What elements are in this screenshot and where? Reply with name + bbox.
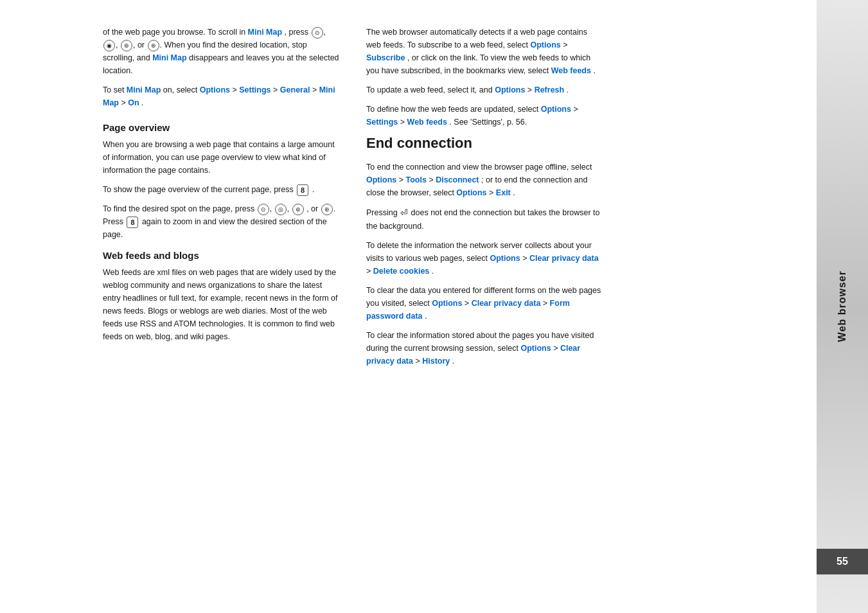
page-overview-p3-pre: To find the desired spot on the page, pr… [103,204,257,213]
right-wf-text-4: . [593,66,595,75]
exit-link[interactable]: Exit [496,188,511,197]
intro-paragraph: of the web page you browse. To scroll in… [103,26,341,109]
page-overview-p3-post: Press [103,217,125,226]
delete-text-2: > [522,254,529,263]
set-text-5: > [312,85,319,94]
disconnect-link[interactable]: Disconnect [436,175,479,184]
web-feeds-title: Web feeds and blogs [103,250,341,261]
define-mid2: > [400,118,407,127]
general-link[interactable]: General [280,85,310,94]
history-link[interactable]: History [422,357,450,366]
end-conn-text-5: > [489,188,496,197]
end-conn-text-3: > [429,175,436,184]
scroll-icon-2: ◉ [103,40,115,51]
set-text-3: > [232,85,239,94]
delete-text-3: > [366,267,373,276]
tools-link[interactable]: Tools [405,175,426,184]
scroll-icon-4: ⊛ [148,40,159,51]
scroll-icon-3: ⊚ [121,40,132,51]
nav-icon-3: ⊚ [292,204,304,215]
options-link-r7[interactable]: Options [432,299,462,308]
options-link-r1[interactable]: Options [531,40,561,49]
clear-forms-text-2: > [465,299,472,308]
options-link-r4[interactable]: Options [366,175,396,184]
on-link[interactable]: On [128,98,139,107]
clear-privacy-link-2[interactable]: Clear privacy data [472,299,541,308]
options-link-r3[interactable]: Options [541,105,571,114]
set-text-2: on, select [163,85,200,94]
web-feeds-link[interactable]: Web feeds [551,66,591,75]
end-conn-text-2: > [399,175,406,184]
options-link-r2[interactable]: Options [495,85,525,94]
mini-map-link-1[interactable]: Mini Map [248,28,282,37]
set-text-6: > [121,98,128,107]
update-pre: To update a web feed, select it, and [366,85,493,94]
left-column: of the web page you browse. To scroll in… [103,26,341,587]
update-mid: > [527,85,535,94]
right-wf-text-2: > [563,40,567,49]
end-connection-title: End connection [366,135,604,152]
clear-history-text-2: > [553,344,560,353]
key-8-icon-2: 8 [127,217,138,228]
nav-icon-1: ⊙ [258,204,269,215]
sidebar-right: Web browser 55 [817,0,868,613]
clear-forms-text-4: . [425,312,427,321]
clear-history-text: To clear the information stored about th… [366,329,604,368]
web-feeds-link-2[interactable]: Web feeds [407,118,447,127]
intro-text-1: of the web page you browse. To scroll in [103,28,245,37]
page-overview-p3-mid: , or [306,204,318,213]
page-container: of the web page you browse. To scroll in… [0,0,868,613]
page-overview-p1: When you are browsing a web page that co… [103,138,341,177]
set-text-7: . [141,98,143,107]
set-text-1: To set [103,85,127,94]
delete-text-4: . [432,267,434,276]
mini-map-link-3[interactable]: Mini Map [127,85,161,94]
main-content: of the web page you browse. To scroll in… [0,0,817,613]
end-conn-text-1: To end the connection and view the brows… [366,163,592,172]
page-number: 55 [837,556,848,567]
page-overview-p2: To show the page overview of the current… [103,183,341,196]
clear-privacy-link-1[interactable]: Clear privacy data [529,254,599,263]
scroll-icon-1: ⊙ [312,27,323,39]
end-conn-text-6: . [513,188,515,197]
web-feeds-p1: Web feeds are xml files on web pages tha… [103,266,341,343]
intro-text: of the web page you browse. To scroll in… [103,26,341,77]
mini-map-link-2[interactable]: Mini Map [152,53,186,62]
options-link-r5[interactable]: Options [456,188,486,197]
clear-forms-text: To clear the data you entered for differ… [366,284,604,323]
refresh-link[interactable]: Refresh [535,85,565,94]
page-overview-p2-post: . [312,185,314,194]
clear-history-text-3: > [415,357,422,366]
nav-icon-4: ⊛ [321,204,333,215]
update-post: . [567,85,569,94]
define-end: . See 'Settings', p. 56. [449,118,527,127]
subscribe-link[interactable]: Subscribe [366,53,405,62]
sidebar-label: Web browser [837,271,848,342]
set-text-4: > [273,85,280,94]
set-mini-map-text: To set Mini Map on, select Options > Set… [103,84,341,109]
pressing-pre: Pressing [366,208,400,217]
delete-cookies-link[interactable]: Delete cookies [373,267,430,276]
options-link-r6[interactable]: Options [490,254,520,263]
page-overview-title: Page overview [103,122,341,133]
end-conn-p1: To end the connection and view the brows… [366,161,604,199]
define-mid1: > [573,105,578,114]
define-pre: To define how the web feeds are updated,… [366,105,538,114]
define-feeds-text: To define how the web feeds are updated,… [366,103,604,129]
right-column: The web browser automatically detects if… [366,26,604,587]
clear-history-text-4: . [452,357,454,366]
settings-link-r2[interactable]: Settings [366,118,398,127]
page-number-box: 55 [817,549,868,574]
update-feed-text: To update a web feed, select it, and Opt… [366,84,604,96]
nav-icon-2: ◎ [275,204,287,215]
page-overview-p3: To find the desired spot on the page, pr… [103,202,341,241]
clear-forms-text-3: > [543,299,550,308]
two-column: of the web page you browse. To scroll in… [103,26,817,587]
back-icon: ⏎ [400,206,408,220]
options-link-r8[interactable]: Options [520,344,551,353]
right-web-feeds-p1: The web browser automatically detects if… [366,26,604,77]
settings-link-1[interactable]: Settings [239,85,270,94]
pressing-text: Pressing ⏎ does not end the connection b… [366,206,604,233]
key-8-icon: 8 [297,184,308,196]
options-link-1[interactable]: Options [200,85,230,94]
